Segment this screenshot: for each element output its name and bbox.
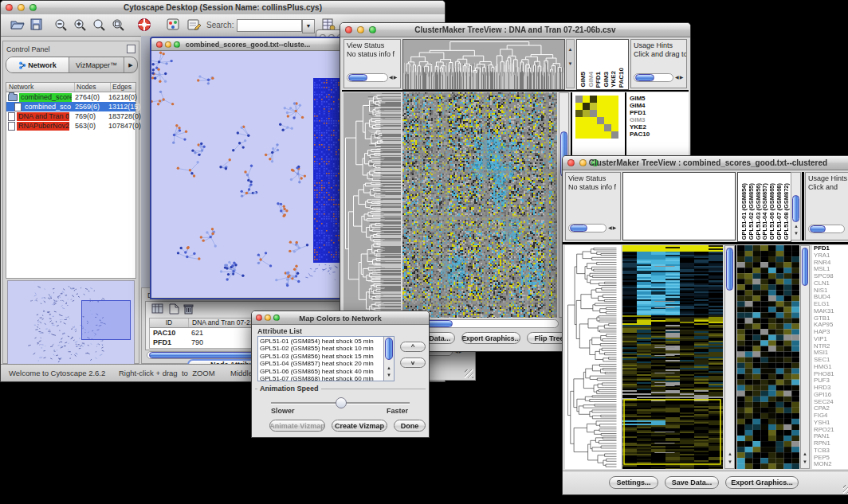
tv2-global-heatmap[interactable] [622, 245, 723, 469]
column-label[interactable]: GPL51-08 (GSM872) [783, 183, 790, 240]
birdseye-view[interactable] [7, 280, 135, 365]
network-tree-row[interactable]: combined_sco2569(6)13112(15) [6, 102, 135, 111]
tv1-titlebar[interactable]: ClusterMaker TreeView : DNA and Tran 07-… [340, 23, 690, 37]
tv2-resize-grip[interactable] [843, 485, 848, 494]
edge-count: 183728(0) [108, 112, 141, 120]
gene-label[interactable]: MON2 [814, 461, 848, 468]
help-icon[interactable] [137, 18, 151, 35]
tv1-export-graphics-button[interactable]: Export Graphics... [461, 332, 520, 344]
col-edges[interactable]: Edges [111, 83, 135, 92]
matrix-cell [611, 131, 618, 139]
attribute-list-item[interactable]: GPL51-07 (GSM868) heat shock 60 min [260, 375, 383, 381]
attribute-list-item[interactable]: GPL51-03 (GSM856) heat shock 15 min [260, 353, 383, 360]
col-nodes[interactable]: Nodes [75, 83, 111, 92]
network-window-titlebar[interactable]: combined_scores_good.txt--cluste... [151, 38, 344, 51]
new-attribute-icon[interactable] [169, 303, 179, 318]
slider-thumb[interactable] [336, 397, 347, 408]
move-up-button[interactable]: ^ [400, 342, 426, 352]
column-label[interactable]: GIM4 [587, 72, 595, 88]
column-label[interactable]: GIM5 [579, 72, 587, 88]
tv2-gene-dendrogram[interactable] [565, 245, 621, 469]
create-vizmap-button[interactable]: Create Vizmap [332, 420, 387, 432]
attribute-list-vscrollbar[interactable]: ▲▼ [383, 337, 394, 381]
save-icon[interactable] [30, 18, 43, 34]
tv1-column-dendrogram[interactable] [402, 39, 565, 90]
float-panel-icon[interactable] [127, 45, 135, 53]
matrix-cell [590, 117, 597, 124]
tab-overflow-arrow[interactable]: ▶ [124, 57, 137, 72]
tv1-global-heatmap[interactable] [402, 92, 557, 318]
tv2-zoom-heatmap[interactable] [737, 245, 799, 469]
network-name: combined_sco [23, 103, 73, 111]
gene-label[interactable]: PAC10 [630, 131, 650, 138]
attribute-list-item[interactable]: GPL51-01 (GSM854) heat shock 05 min [260, 338, 383, 345]
attribute-list-item[interactable]: GPL51-02 (GSM855) heat shock 10 min [260, 345, 383, 352]
column-label[interactable]: GIM3 [603, 72, 610, 88]
column-label[interactable]: YKE2 [610, 71, 617, 88]
column-label[interactable]: PAC10 [618, 68, 625, 88]
network-tree-row[interactable]: DNA and Tran 07769(0)183728(0) [6, 111, 135, 121]
tab-network[interactable]: Network [6, 57, 69, 72]
zoom-fit-icon[interactable] [92, 18, 107, 35]
animate-vizmap-button[interactable]: Animate Vizmap [269, 420, 325, 432]
network-tree-row[interactable]: RNAPuberNov2+563(0)107847(0) [6, 121, 135, 131]
column-label[interactable]: GPL51-02 (GSM855) [748, 183, 755, 240]
attribute-list-item[interactable]: GPL51-04 (GSM857) heat shock 20 min [260, 360, 383, 367]
tv2-titlebar[interactable]: ClusterMaker TreeView : combined_scores_… [563, 156, 848, 170]
dialog-title: Map Colors to Network [252, 314, 429, 322]
done-button[interactable]: Done [394, 420, 426, 432]
tv1-scroll-strip[interactable]: ▲▼ [566, 39, 575, 88]
zoom-selected-icon[interactable] [112, 18, 126, 35]
tv2-collabel-vscrollbar[interactable]: ▲▼ [791, 172, 801, 240]
tv2-save-data-button[interactable]: Save Data... [665, 476, 719, 489]
gene-label[interactable]: GIM3 [630, 116, 650, 123]
tv1-status-scrollbar[interactable] [347, 73, 388, 82]
tv1-gene-dendrogram[interactable] [344, 92, 401, 318]
doc-icon [14, 103, 22, 111]
node-count: 563(0) [75, 122, 96, 130]
gene-label[interactable]: GIM4 [630, 102, 650, 109]
search-dropdown-button[interactable]: ▼ [302, 19, 315, 33]
tv2-genelist-vscrollbar[interactable]: ▲▼ [800, 245, 810, 469]
tv2-heatmap-vscrollbar[interactable]: ▲▼ [724, 245, 735, 469]
column-label[interactable]: PFD1 [595, 72, 602, 88]
move-down-button[interactable]: v [400, 357, 426, 368]
control-panel-tabs: Network VizMapper™ ▶ [6, 57, 138, 73]
network-canvas[interactable] [151, 51, 341, 297]
attribute-select-icon[interactable] [151, 303, 164, 318]
open-icon[interactable] [10, 18, 26, 34]
tv2-status-scrollbar[interactable] [568, 224, 607, 232]
matrix-cell [583, 103, 590, 110]
matrix-cell [583, 124, 590, 131]
tv1-column-labels: GIM5GIM4PFD1GIM3YKE2PAC10 [576, 39, 629, 90]
data-col-id[interactable]: ID [150, 318, 189, 327]
tv1-hints-scrollbar[interactable] [634, 73, 673, 82]
delete-attribute-icon[interactable] [183, 303, 194, 318]
tv2-export-graphics-button[interactable]: Export Graphics... [725, 476, 799, 489]
matrix-cell [590, 96, 597, 103]
resize-grip[interactable] [465, 369, 473, 378]
tv1-zoom-heatmap[interactable] [575, 96, 618, 139]
gene-label[interactable]: PFD1 [630, 109, 650, 116]
gene-label[interactable]: GIM5 [630, 95, 650, 102]
attribute-list-item[interactable]: GPL51-06 (GSM865) heat shock 40 min [260, 368, 383, 375]
vizmapper-icon[interactable] [167, 18, 180, 34]
network-tree-row[interactable]: combined_scores2764(0)16218(0) [6, 92, 135, 102]
main-window-titlebar[interactable]: Cytoscape Desktop (Session Name: collins… [1, 1, 445, 15]
map-colors-dialog: Map Colors to Network Attribute List GPL… [251, 311, 430, 438]
annotation-icon[interactable] [187, 18, 202, 34]
column-label[interactable]: GPL51-06 (GSM865) [768, 183, 775, 240]
tab-vizmapper[interactable]: VizMapper™ [69, 57, 124, 72]
column-label[interactable]: GPL51-07 (GSM868) [775, 183, 783, 240]
tv2-settings-button[interactable]: Settings... [609, 476, 658, 489]
zoom-out-icon[interactable] [54, 18, 69, 35]
matrix-cell [575, 117, 583, 124]
col-network[interactable]: Network [6, 83, 75, 92]
gene-label[interactable]: YKE2 [630, 123, 650, 131]
control-panel-title: Control Panel [6, 45, 50, 53]
column-label[interactable]: GPL51-01 (GSM854) [740, 183, 748, 240]
search-input[interactable] [237, 19, 302, 32]
dialog-titlebar[interactable]: Map Colors to Network [252, 311, 429, 325]
tv2-hints-scrollbar[interactable] [808, 225, 845, 233]
zoom-in-icon[interactable] [73, 18, 88, 35]
